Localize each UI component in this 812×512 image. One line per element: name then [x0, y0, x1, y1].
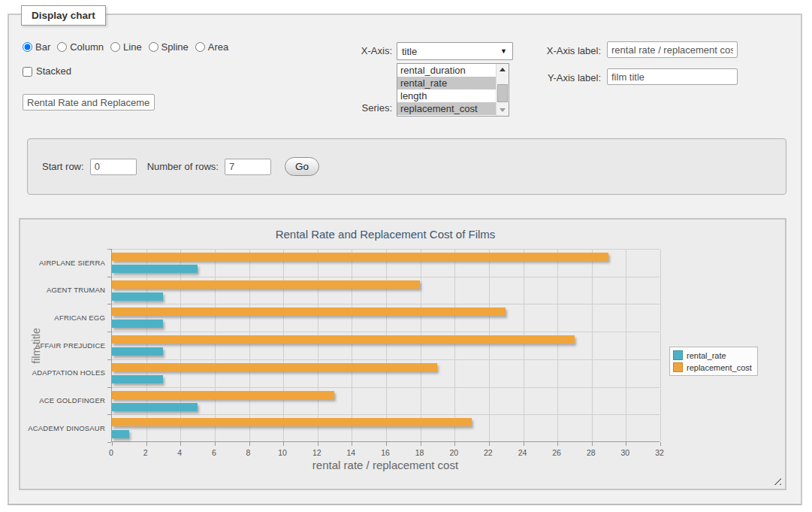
chart-type-radio-group: BarColumnLineSplineArea [23, 41, 228, 53]
y-axis-tick [107, 249, 111, 250]
chart-type-radio-bar[interactable] [23, 42, 32, 52]
bar-replacement_cost [112, 363, 437, 371]
y-axis-tick [107, 277, 111, 277]
chart-type-label: Bar [35, 41, 50, 53]
x-axis-tick [180, 442, 181, 446]
legend-swatch [673, 350, 683, 360]
num-rows-input[interactable] [225, 159, 271, 175]
gridline-vertical [215, 249, 216, 441]
x-axis-title: rental rate / replacement cost [111, 459, 660, 471]
x-axis-tick [626, 442, 626, 446]
x-axis-label-input[interactable] [607, 41, 738, 58]
bar-replacement_cost [112, 253, 608, 261]
chart-type-line[interactable]: Line [110, 41, 142, 53]
scroll-up-icon[interactable] [497, 64, 509, 75]
x-axis-select[interactable]: title ▼ [397, 42, 513, 60]
go-button[interactable]: Go [285, 157, 319, 176]
chart-type-column[interactable]: Column [57, 41, 104, 53]
legend-item-replacement_cost[interactable]: replacement_cost [673, 362, 752, 372]
series-option-rental_rate[interactable]: rental_rate [397, 77, 496, 89]
y-axis-tick [107, 442, 111, 443]
start-row-input[interactable] [90, 159, 137, 175]
bar-rental_rate [112, 292, 163, 301]
chart-type-area[interactable]: Area [195, 41, 228, 53]
gridline-vertical [489, 249, 490, 441]
gridline-horizontal [112, 387, 660, 388]
chart-type-radio-area[interactable] [195, 42, 205, 52]
bar-rental_rate [112, 375, 163, 383]
x-tick-label: 18 [405, 448, 435, 457]
bar-replacement_cost [112, 391, 334, 399]
x-axis-tick [524, 442, 524, 446]
gridline-horizontal [112, 414, 660, 415]
category-label: ACADEMY DINOSAUR [20, 424, 105, 433]
gridline-horizontal [112, 359, 660, 360]
x-tick-label: 0 [96, 448, 126, 457]
bar-replacement_cost [112, 280, 420, 289]
gridline-vertical [421, 249, 421, 441]
chart-type-radio-line[interactable] [110, 42, 120, 52]
page: Display chart BarColumnLineSplineArea St… [0, 0, 812, 512]
x-tick-label: 8 [234, 448, 264, 457]
x-tick-label: 4 [165, 448, 195, 457]
x-tick-label: 12 [302, 448, 332, 457]
gridline-horizontal [112, 332, 660, 332]
x-axis-tick [249, 442, 250, 446]
gridline-vertical [283, 249, 284, 441]
x-axis-tick [146, 442, 147, 446]
x-tick-label: 20 [439, 448, 469, 457]
bar-rental_rate [112, 403, 198, 411]
chevron-down-icon: ▼ [500, 47, 507, 55]
stacked-checkbox-row[interactable]: Stacked [23, 65, 71, 77]
chart-type-radio-spline[interactable] [149, 42, 158, 52]
legend-label: replacement_cost [687, 363, 752, 372]
chart-type-radio-column[interactable] [57, 42, 67, 52]
series-option-length[interactable]: length [397, 89, 496, 102]
stacked-label: Stacked [36, 65, 71, 77]
chart-title-input[interactable] [23, 94, 155, 111]
chart-panel: Rental Rate and Replacement Cost of Film… [19, 218, 786, 490]
chart-legend: rental_ratereplacement_cost [669, 347, 758, 376]
category-label: ACE GOLDFINGER [20, 396, 105, 405]
series-label: Series: [331, 102, 392, 114]
series-listbox[interactable]: rental_durationrental_ratelengthreplacem… [397, 63, 509, 117]
category-label: AFRICAN EGG [20, 314, 105, 323]
gridline-vertical [352, 249, 352, 441]
series-option-rental_duration[interactable]: rental_duration [397, 64, 496, 77]
series-option-replacement_cost[interactable]: replacement_cost [397, 102, 496, 115]
x-tick-label: 24 [508, 448, 538, 457]
chart-type-label: Area [208, 41, 228, 53]
scrollbar-thumb[interactable] [497, 84, 508, 102]
gridline-vertical [626, 249, 626, 441]
x-axis-tick [489, 442, 490, 446]
chart-type-spline[interactable]: Spline [149, 41, 189, 53]
y-axis-tick [107, 332, 111, 332]
x-tick-label: 26 [542, 448, 572, 457]
x-axis-label-label: X-Axis label: [526, 45, 601, 57]
bar-rental_rate [112, 265, 198, 273]
gridline-vertical [249, 249, 250, 441]
bar-replacement_cost [112, 418, 472, 426]
chart-type-bar[interactable]: Bar [23, 41, 50, 53]
gridline-vertical [386, 249, 387, 441]
y-axis-label-input[interactable] [607, 68, 738, 85]
x-tick-label: 22 [473, 448, 503, 457]
gridline-vertical [318, 249, 318, 441]
bar-rental_rate [112, 347, 163, 356]
scroll-down-icon[interactable] [497, 105, 509, 116]
y-axis-tick [107, 387, 111, 388]
legend-label: rental_rate [687, 351, 726, 360]
x-tick-label: 10 [267, 448, 297, 457]
num-rows-label: Number of rows: [147, 161, 219, 173]
bar-rental_rate [112, 320, 163, 328]
gridline-vertical [592, 249, 593, 441]
series-scrollbar[interactable] [496, 64, 509, 116]
panel-title: Display chart [32, 10, 95, 21]
category-label: AGENT TRUMAN [20, 286, 105, 295]
gridline-vertical [524, 249, 524, 441]
legend-item-rental_rate[interactable]: rental_rate [673, 350, 752, 360]
resize-handle-icon[interactable] [773, 477, 781, 485]
x-tick-label: 6 [199, 448, 229, 457]
chart-title: Rental Rate and Replacement Cost of Film… [111, 228, 660, 241]
stacked-checkbox[interactable] [23, 67, 32, 77]
